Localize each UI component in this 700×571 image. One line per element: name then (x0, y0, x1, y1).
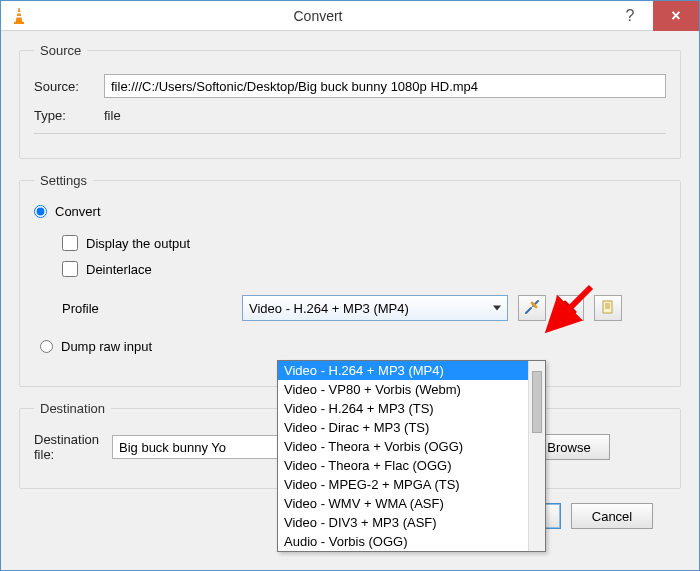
dropdown-option[interactable]: Video - WMV + WMA (ASF) (278, 494, 545, 513)
dropdown-option[interactable]: Video - MPEG-2 + MPGA (TS) (278, 475, 545, 494)
separator (34, 133, 666, 134)
svg-marker-0 (16, 8, 22, 22)
profile-selected-value: Video - H.264 + MP3 (MP4) (249, 301, 409, 316)
x-icon (563, 300, 577, 317)
dump-radio[interactable] (40, 340, 53, 353)
dropdown-scrollbar[interactable] (528, 361, 545, 551)
wrench-icon (524, 299, 540, 318)
vlc-cone-icon (9, 6, 29, 26)
deinterlace-checkbox[interactable] (62, 261, 78, 277)
dropdown-option[interactable]: Video - Theora + Flac (OGG) (278, 456, 545, 475)
dropdown-option[interactable]: Video - Theora + Vorbis (OGG) (278, 437, 545, 456)
settings-group: Settings Convert Display the output Dein… (19, 173, 681, 387)
dropdown-option[interactable]: Video - H.264 + MP3 (TS) (278, 399, 545, 418)
deinterlace-label: Deinterlace (86, 262, 152, 277)
svg-rect-4 (603, 301, 612, 313)
destination-file-label: Destination file: (34, 432, 104, 462)
delete-profile-button[interactable] (556, 295, 584, 321)
cancel-button[interactable]: Cancel (571, 503, 653, 529)
edit-profile-button[interactable] (518, 295, 546, 321)
dropdown-option[interactable]: Video - H.264 + MP3 (MP4) (278, 361, 545, 380)
source-label: Source: (34, 79, 104, 94)
titlebar: Convert ? × (1, 1, 699, 31)
window-title: Convert (29, 8, 607, 24)
type-value: file (104, 108, 121, 123)
convert-radio[interactable] (34, 205, 47, 218)
destination-legend: Destination (34, 401, 111, 416)
type-label: Type: (34, 108, 104, 123)
svg-rect-1 (17, 12, 21, 14)
help-button[interactable]: ? (607, 1, 653, 31)
display-output-label: Display the output (86, 236, 190, 251)
source-group: Source Source: Type: file (19, 43, 681, 159)
svg-rect-2 (16, 16, 21, 18)
document-icon (601, 300, 615, 317)
dump-label: Dump raw input (61, 339, 152, 354)
dropdown-option[interactable]: Video - VP80 + Vorbis (Webm) (278, 380, 545, 399)
source-input[interactable] (104, 74, 666, 98)
convert-label: Convert (55, 204, 101, 219)
dropdown-option[interactable]: Video - DIV3 + MP3 (ASF) (278, 513, 545, 532)
settings-legend: Settings (34, 173, 93, 188)
profile-dropdown-list[interactable]: Video - H.264 + MP3 (MP4) Video - VP80 +… (277, 360, 546, 552)
source-legend: Source (34, 43, 87, 58)
svg-rect-3 (14, 22, 24, 24)
dropdown-option[interactable]: Audio - Vorbis (OGG) (278, 532, 545, 551)
profile-dropdown[interactable]: Video - H.264 + MP3 (MP4) (242, 295, 508, 321)
profile-label: Profile (62, 301, 242, 316)
new-profile-button[interactable] (594, 295, 622, 321)
display-output-checkbox[interactable] (62, 235, 78, 251)
dropdown-option[interactable]: Video - Dirac + MP3 (TS) (278, 418, 545, 437)
close-button[interactable]: × (653, 1, 699, 31)
